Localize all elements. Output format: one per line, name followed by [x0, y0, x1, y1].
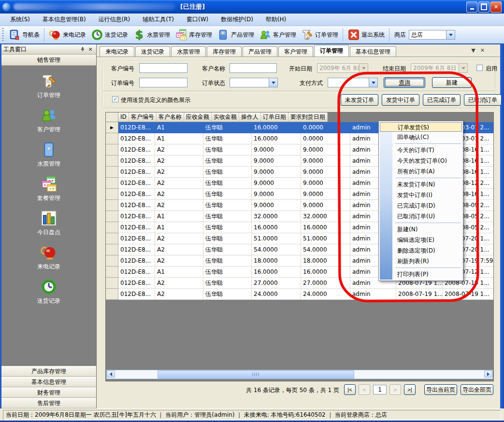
context-menu-item[interactable]: 订单发货(S): [380, 122, 462, 132]
page-number-input[interactable]: [373, 385, 387, 394]
context-menu-item[interactable]: 刷新列表(R): [380, 256, 462, 267]
customer-name-input[interactable]: [230, 63, 277, 73]
sidebar-shortcut[interactable]: 客户管理: [37, 107, 60, 134]
context-menu-item[interactable]: 编辑选定项(E): [380, 235, 462, 245]
context-menu-item[interactable]: 新建(N): [380, 224, 462, 235]
toolbar-button[interactable]: 来电记录: [46, 28, 88, 42]
sidebar-shortcut[interactable]: 水票管理: [37, 141, 60, 168]
toolbar-button[interactable]: 送货记录: [88, 28, 130, 42]
export-current-page-button[interactable]: 导出当前页: [424, 384, 457, 395]
toolbar-button[interactable]: 库存管理: [173, 28, 215, 42]
horizontal-scrollbar[interactable]: [106, 370, 493, 379]
tool-window-close-button[interactable]: ✕: [86, 45, 94, 53]
tab[interactable]: 产品管理: [243, 46, 277, 56]
grid-column-header[interactable]: 订单日期: [261, 113, 288, 122]
pay-method-combobox[interactable]: [328, 78, 378, 87]
sidebar-group-button[interactable]: 售后管理: [1, 398, 96, 408]
sidebar-shortcut[interactable]: 送货记录: [37, 278, 60, 305]
customer-no-input[interactable]: [139, 63, 187, 73]
tab[interactable]: 订单管理: [314, 45, 349, 56]
sidebar-shortcut[interactable]: 订单管理: [37, 72, 60, 99]
pay-method-arrow[interactable]: [369, 78, 377, 87]
toolbar-button[interactable]: 水票管理: [130, 28, 173, 42]
grid-column-header[interactable]: 客户名称: [157, 113, 184, 122]
context-menu-item[interactable]: 已取消订单(U): [380, 211, 462, 222]
table-row[interactable]: 012D-E8... A2 伍华聪 24.0000 24.0000 admin …: [106, 289, 494, 300]
context-menu-item[interactable]: 已完成订单(D): [380, 200, 462, 211]
shop-combobox[interactable]: 总店: [409, 30, 455, 40]
toolbar-button[interactable]: 导航条: [6, 28, 42, 42]
export-all-pages-button[interactable]: 导出全部页: [461, 384, 493, 395]
start-date-picker[interactable]: 2009年 6月 8日: [317, 63, 368, 73]
context-menu-item[interactable]: 所有的订单(A): [380, 166, 462, 177]
end-date-arrow[interactable]: [459, 64, 467, 72]
toolbar-grip[interactable]: [2, 28, 4, 42]
query-button[interactable]: 查询: [384, 77, 425, 88]
menubar-item[interactable]: 辅助工具(T): [136, 14, 180, 26]
toolbar-button[interactable]: 客户管理: [257, 28, 299, 42]
menubar-item[interactable]: 数据维护(D): [215, 14, 259, 26]
sidebar-group-button[interactable]: 产品库存管理: [1, 366, 96, 377]
scrollbar-thumb[interactable]: [158, 370, 354, 379]
order-status-filter-button[interactable]: 已完成订单: [423, 94, 461, 106]
context-menu-item[interactable]: 回单确认(C): [380, 132, 462, 142]
toolbar-button[interactable]: [343, 28, 343, 42]
prev-page-button[interactable]: <: [359, 384, 370, 395]
order-status-filter-button[interactable]: 已取消订单: [464, 94, 502, 106]
sidebar-shortcut[interactable]: 套餐管理: [37, 175, 60, 202]
order-no-input[interactable]: [139, 78, 187, 87]
grid-column-header[interactable]: 操作人: [239, 113, 261, 122]
context-menu-item[interactable]: 删除选定项(D): [380, 245, 462, 256]
end-date-picker[interactable]: 2009年 6月 8日: [411, 63, 468, 73]
sidebar-group-sales[interactable]: 销售管理: [1, 55, 96, 66]
new-button[interactable]: 新建: [432, 77, 472, 88]
tab[interactable]: 基本信息管理: [350, 46, 396, 56]
tab-close-icon[interactable]: ✕: [480, 47, 485, 54]
tab[interactable]: 水票管理: [171, 46, 206, 56]
menubar-item[interactable]: 帮助(H): [259, 14, 292, 26]
minimize-button[interactable]: [466, 1, 477, 13]
first-page-button[interactable]: |<: [344, 384, 356, 395]
grid-column-header[interactable]: 要求到货日期: [288, 113, 328, 122]
menubar-item[interactable]: 运行信息(R): [92, 14, 137, 26]
context-menu-item[interactable]: 今天的订单(T): [380, 145, 462, 155]
order-status-filter-button[interactable]: 发货中订单: [382, 94, 419, 106]
sidebar-shortcut[interactable]: 今日盘点: [37, 210, 60, 237]
scroll-left-arrow[interactable]: [107, 370, 115, 378]
pin-button[interactable]: [79, 45, 86, 53]
order-status-arrow[interactable]: [269, 78, 277, 87]
close-button[interactable]: ✕: [490, 1, 502, 13]
grid-column-header[interactable]: 实收金额: [212, 113, 239, 122]
toolbar-button[interactable]: 订单管理: [299, 28, 341, 42]
grid-column-header[interactable]: 客户编号: [129, 113, 157, 122]
sidebar-shortcut[interactable]: 来电记录: [37, 244, 60, 271]
sidebar-group-button[interactable]: 财务管理: [1, 387, 96, 398]
order-status-filter-button[interactable]: 未发货订单: [341, 94, 378, 106]
shop-combobox-arrow[interactable]: [446, 30, 455, 39]
toolbar-button[interactable]: 产品管理: [215, 28, 257, 42]
tab[interactable]: 来电记录: [100, 46, 134, 56]
context-menu-item[interactable]: 打印列表(P): [380, 269, 462, 280]
tab[interactable]: 客户管理: [278, 46, 313, 56]
menubar-item[interactable]: 基本信息管理(B): [36, 14, 92, 26]
start-date-arrow[interactable]: [359, 64, 368, 72]
toolbar-button[interactable]: [44, 28, 44, 42]
context-menu-item[interactable]: 未发货订单(N): [380, 179, 462, 190]
next-page-button[interactable]: >: [389, 384, 401, 395]
scroll-right-arrow[interactable]: [484, 370, 492, 378]
enable-checkbox[interactable]: ✓: [476, 65, 483, 71]
tab[interactable]: 送货记录: [135, 46, 170, 56]
menubar-item[interactable]: 窗口(W): [180, 14, 215, 26]
color-display-checkbox[interactable]: ✓: [112, 96, 118, 102]
toolbar-button[interactable]: 退出系统: [345, 28, 387, 42]
tab[interactable]: 库存管理: [207, 46, 242, 56]
menubar-item[interactable]: 系统(S): [4, 14, 36, 26]
order-status-combobox[interactable]: [230, 78, 278, 87]
context-menu-item[interactable]: 今天的发货订单(O): [380, 155, 462, 166]
maximize-button[interactable]: [478, 1, 490, 13]
grid-column-header[interactable]: ID: [118, 113, 129, 122]
color-display-checkbox-label[interactable]: 使用送货员定义的颜色展示: [121, 95, 190, 105]
enable-checkbox-label[interactable]: 启用: [486, 63, 497, 74]
tab-list-dropdown-icon[interactable]: ▼: [471, 47, 475, 54]
last-page-button[interactable]: >|: [404, 384, 416, 395]
